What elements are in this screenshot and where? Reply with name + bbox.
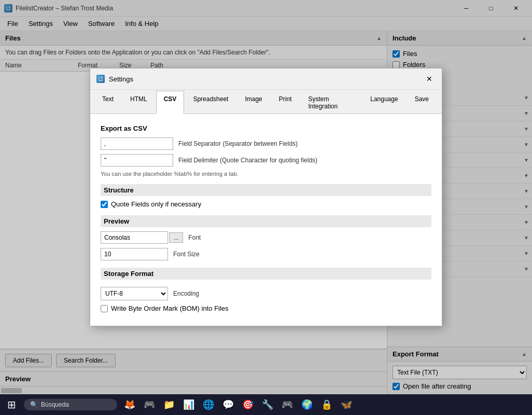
font-size-label: Font Size: [173, 251, 200, 258]
dialog-title-bar: Settings ✕: [90, 68, 442, 90]
bom-label: Write Byte Order Mark (BOM) into Files: [111, 305, 229, 312]
font-size-row: Font Size: [101, 248, 431, 260]
font-row: ... Font: [101, 231, 431, 244]
quote-fields-row: Quote Fields only if necessary: [101, 200, 431, 208]
structure-section-header: Structure: [101, 184, 431, 196]
search-icon: 🔍: [30, 401, 38, 408]
taskbar-spreadsheet-icon[interactable]: 📊: [179, 395, 198, 414]
dialog-content: Export as CSV Field Separator (Separator…: [90, 114, 442, 326]
taskbar-game2-icon[interactable]: 🎮: [278, 395, 297, 414]
taskbar-lock-icon[interactable]: 🔒: [317, 395, 336, 414]
taskbar-windows-icon[interactable]: ⊞: [2, 395, 21, 414]
dialog-title-content: Settings: [96, 75, 133, 83]
settings-dialog: Settings ✕ Text HTML CSV Spreadsheet Ima…: [90, 68, 442, 326]
field-delimiter-label: Field Delimiter (Quote Character for quo…: [178, 157, 317, 164]
taskbar-search-label[interactable]: Búsqueda: [41, 401, 69, 408]
taskbar-target-icon[interactable]: 🎯: [239, 395, 257, 414]
tab-csv[interactable]: CSV: [156, 91, 185, 114]
tab-html[interactable]: HTML: [122, 91, 155, 114]
tab-spreadsheet[interactable]: Spreadsheet: [185, 91, 236, 114]
dialog-close-button[interactable]: ✕: [423, 73, 436, 85]
taskbar-game-icon[interactable]: 🎮: [140, 395, 159, 414]
bom-row: Write Byte Order Mark (BOM) into Files: [101, 305, 431, 312]
font-size-input[interactable]: [101, 248, 168, 260]
taskbar-fox-icon[interactable]: 🦊: [120, 395, 139, 414]
font-input[interactable]: [101, 231, 168, 244]
font-browse-button[interactable]: ...: [169, 232, 183, 243]
tab-system-integration[interactable]: System Integration: [300, 91, 361, 114]
storage-format-section-header: Storage Format: [101, 268, 431, 280]
taskbar-butterfly-icon[interactable]: 🦋: [337, 395, 356, 414]
modal-overlay: Settings ✕ Text HTML CSV Spreadsheet Ima…: [0, 0, 532, 394]
dialog-title-text: Settings: [109, 75, 133, 83]
taskbar: ⊞ 🔍 Búsqueda 🦊 🎮 📁 📊 🌐 💬 🎯 🔧 🎮 🌍 🔒 🦋: [0, 394, 532, 415]
taskbar-tools-icon[interactable]: 🔧: [258, 395, 277, 414]
dialog-tabs: Text HTML CSV Spreadsheet Image Print Sy…: [90, 90, 442, 114]
field-separator-row: Field Separator (Separator between Field…: [101, 137, 431, 150]
tab-image[interactable]: Image: [237, 91, 270, 114]
field-separator-label: Field Separator (Separator between Field…: [178, 140, 298, 147]
taskbar-chat-icon[interactable]: 💬: [219, 395, 237, 414]
tab-language[interactable]: Language: [362, 91, 405, 114]
tab-text[interactable]: Text: [94, 91, 121, 114]
taskbar-search[interactable]: 🔍 Búsqueda: [24, 399, 117, 410]
encoding-label: Encoding: [173, 290, 199, 297]
field-separator-input[interactable]: [101, 137, 173, 150]
hint-text: You can use the placeholder %tab% for en…: [101, 171, 431, 177]
bom-checkbox[interactable]: [101, 305, 108, 312]
field-delimiter-input[interactable]: [101, 154, 173, 167]
tab-print[interactable]: Print: [271, 91, 300, 114]
quote-fields-label: Quote Fields only if necessary: [111, 200, 201, 208]
export-csv-title: Export as CSV: [101, 125, 431, 132]
taskbar-earth-icon[interactable]: 🌍: [298, 395, 316, 414]
taskbar-globe-icon[interactable]: 🌐: [199, 395, 218, 414]
field-delimiter-row: Field Delimiter (Quote Character for quo…: [101, 154, 431, 167]
font-label: Font: [188, 234, 201, 241]
preview-section-header: Preview: [101, 215, 431, 227]
encoding-select[interactable]: UTF-8 UTF-16 ISO-8859-1 Windows-1252: [101, 287, 168, 300]
quote-fields-checkbox[interactable]: [101, 201, 108, 208]
dialog-app-icon: [96, 75, 105, 83]
encoding-row: UTF-8 UTF-16 ISO-8859-1 Windows-1252 Enc…: [101, 287, 431, 300]
taskbar-folder-icon[interactable]: 📁: [160, 395, 178, 414]
storage-section: UTF-8 UTF-16 ISO-8859-1 Windows-1252 Enc…: [101, 287, 431, 312]
tab-save[interactable]: Save: [407, 91, 437, 114]
